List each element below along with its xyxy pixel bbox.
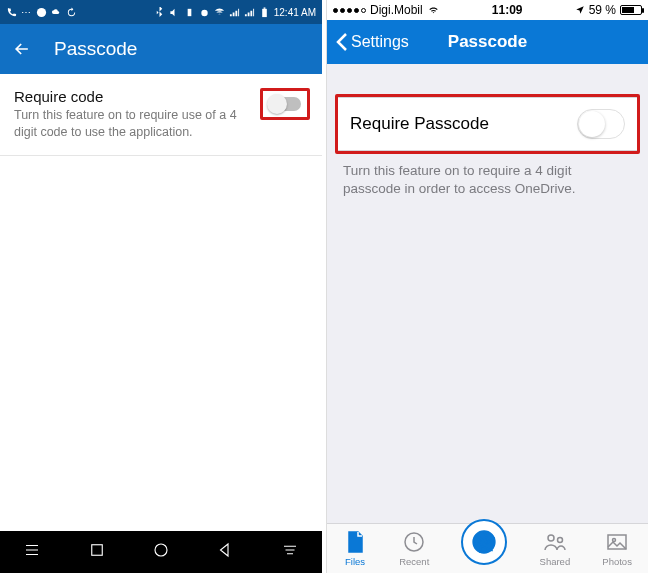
location-icon [575,5,585,15]
svg-point-10 [557,538,562,543]
status-left: Digi.Mobil [333,3,440,17]
alarm-icon [199,7,210,18]
ios-tab-bar: Files Recent Shared Photos [327,523,648,573]
photos-icon [605,530,629,554]
header-title: Passcode [54,38,137,60]
android-screen: ⋯ 12:41 AM Passcode Require code Turn th… [0,0,322,573]
row-label: Require Passcode [350,114,577,134]
require-passcode-row[interactable]: Require Passcode [338,97,637,151]
battery-icon [620,5,642,15]
row-text: Require code Turn this feature on to req… [14,88,260,141]
tab-recent[interactable]: Recent [399,530,429,567]
cloud-icon [51,7,62,18]
row-title: Require code [14,88,252,105]
tab-shared[interactable]: Shared [540,530,571,567]
tab-label: Recent [399,556,429,567]
vibrate-icon [184,7,195,18]
status-right-icons: 12:41 AM [154,7,316,18]
tab-label: Shared [540,556,571,567]
ios-header: Settings Passcode [327,20,648,64]
spotify-icon [36,7,47,18]
svg-rect-3 [262,8,267,16]
status-time: 12:41 AM [274,7,316,18]
nav-menu-button[interactable] [23,541,41,563]
phone-icon [6,7,17,18]
refresh-icon [66,7,77,18]
nav-home-button[interactable] [152,541,170,563]
carrier-label: Digi.Mobil [370,3,423,17]
svg-point-2 [201,9,207,15]
spacer [327,64,648,94]
row-highlight: Require Passcode [335,94,640,154]
signal-dots-icon [333,8,366,13]
nav-overview-button[interactable] [281,541,299,563]
back-button[interactable]: Settings [335,32,409,52]
dots-icon: ⋯ [21,7,32,18]
wifi-icon [427,5,440,15]
row-description: Turn this feature on to require a 4 digi… [327,154,648,198]
status-time: 11:09 [492,3,523,17]
battery-percent: 59 % [589,3,616,17]
tab-photos[interactable]: Photos [602,530,632,567]
scan-circle [461,519,507,565]
require-code-row[interactable]: Require code Turn this feature on to req… [0,74,322,156]
recent-icon [402,530,426,554]
signal-icon [229,7,240,18]
back-arrow-icon[interactable] [12,39,32,59]
tab-files[interactable]: Files [343,530,367,567]
back-label: Settings [351,33,409,51]
status-right: 59 % [575,3,642,17]
bluetooth-icon [154,7,165,18]
svg-point-6 [155,544,167,556]
status-left-icons: ⋯ [6,7,77,18]
require-passcode-toggle[interactable] [577,109,625,139]
svg-rect-4 [263,7,265,8]
android-status-bar: ⋯ 12:41 AM [0,0,322,24]
ios-body: Require Passcode Turn this feature on to… [327,64,648,523]
ios-status-bar: Digi.Mobil 11:09 59 % [327,0,648,20]
require-code-toggle[interactable] [269,97,301,111]
tab-label: Photos [602,556,632,567]
battery-icon [259,7,270,18]
signal2-icon [244,7,255,18]
nav-back-button[interactable] [216,541,234,563]
android-body: Require code Turn this feature on to req… [0,74,322,156]
mute-icon [169,7,180,18]
aperture-icon [471,529,497,555]
svg-rect-5 [91,545,102,556]
svg-rect-1 [187,8,191,15]
files-icon [343,530,367,554]
toggle-highlight [260,88,310,120]
android-nav-bar [0,531,322,573]
tab-scan[interactable] [461,533,507,565]
wifi-icon [214,7,225,18]
tab-label: Files [345,556,365,567]
svg-point-0 [37,7,46,16]
shared-icon [543,530,567,554]
ios-screen: Digi.Mobil 11:09 59 % Settings Passcode … [326,0,648,573]
android-header: Passcode [0,24,322,74]
svg-point-9 [548,535,554,541]
row-subtitle: Turn this feature on to require use of a… [14,107,252,141]
nav-recent-button[interactable] [88,541,106,563]
